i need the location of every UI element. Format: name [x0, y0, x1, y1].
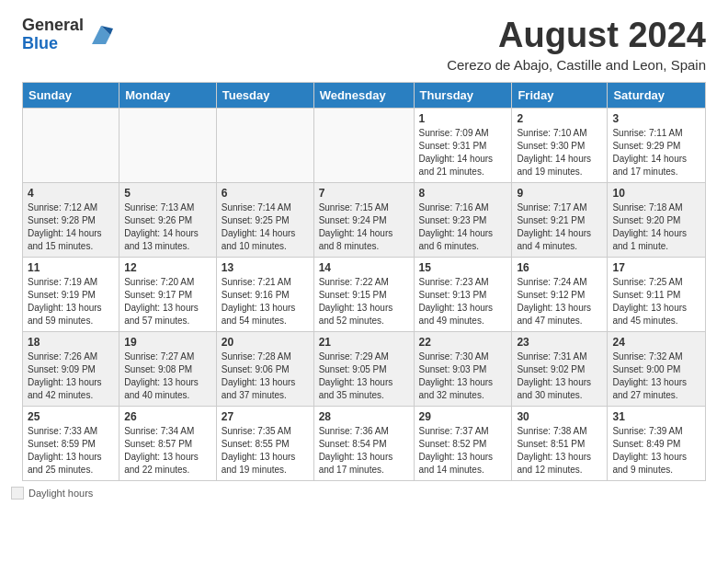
day-number: 5 — [124, 187, 211, 200]
table-row: 30Sunrise: 7:38 AM Sunset: 8:51 PM Dayli… — [512, 406, 608, 480]
logo: General Blue — [22, 17, 115, 53]
day-number: 15 — [419, 261, 507, 274]
day-number: 4 — [28, 187, 114, 200]
table-row: 7Sunrise: 7:15 AM Sunset: 9:24 PM Daylig… — [313, 182, 414, 257]
table-row: 4Sunrise: 7:12 AM Sunset: 9:28 PM Daylig… — [23, 182, 119, 257]
day-number: 21 — [319, 336, 409, 349]
day-info: Sunrise: 7:18 AM Sunset: 9:20 PM Dayligh… — [612, 201, 700, 253]
day-number: 12 — [124, 261, 211, 274]
day-info: Sunrise: 7:30 AM Sunset: 9:03 PM Dayligh… — [419, 350, 507, 402]
table-row: 1Sunrise: 7:09 AM Sunset: 9:31 PM Daylig… — [414, 108, 512, 182]
day-info: Sunrise: 7:27 AM Sunset: 9:08 PM Dayligh… — [124, 350, 211, 402]
day-info: Sunrise: 7:31 AM Sunset: 9:02 PM Dayligh… — [517, 350, 602, 402]
week-row-3: 11Sunrise: 7:19 AM Sunset: 9:19 PM Dayli… — [23, 257, 706, 331]
col-friday: Friday — [512, 82, 608, 108]
col-monday: Monday — [119, 82, 217, 108]
col-thursday: Thursday — [414, 82, 512, 108]
day-info: Sunrise: 7:16 AM Sunset: 9:23 PM Dayligh… — [419, 201, 507, 253]
col-tuesday: Tuesday — [216, 82, 313, 108]
day-number: 22 — [419, 336, 507, 349]
day-number: 24 — [612, 336, 700, 349]
calendar-wrapper: Sunday Monday Tuesday Wednesday Thursday… — [0, 82, 728, 481]
table-row — [216, 108, 313, 182]
col-saturday: Saturday — [608, 82, 706, 108]
table-row: 10Sunrise: 7:18 AM Sunset: 9:20 PM Dayli… — [608, 182, 706, 257]
table-row: 3Sunrise: 7:11 AM Sunset: 9:29 PM Daylig… — [608, 108, 706, 182]
day-info: Sunrise: 7:39 AM Sunset: 8:49 PM Dayligh… — [612, 425, 700, 477]
title-area: August 2024 Cerezo de Abajo, Castille an… — [447, 17, 706, 73]
day-info: Sunrise: 7:26 AM Sunset: 9:09 PM Dayligh… — [28, 350, 114, 402]
day-number: 26 — [124, 410, 211, 423]
day-number: 2 — [517, 112, 602, 125]
table-row: 29Sunrise: 7:37 AM Sunset: 8:52 PM Dayli… — [414, 406, 512, 480]
day-number: 18 — [28, 336, 114, 349]
day-info: Sunrise: 7:37 AM Sunset: 8:52 PM Dayligh… — [419, 425, 507, 477]
table-row: 28Sunrise: 7:36 AM Sunset: 8:54 PM Dayli… — [313, 406, 414, 480]
table-row — [313, 108, 414, 182]
week-row-1: 1Sunrise: 7:09 AM Sunset: 9:31 PM Daylig… — [23, 108, 706, 182]
header-row: Sunday Monday Tuesday Wednesday Thursday… — [23, 82, 706, 108]
day-info: Sunrise: 7:36 AM Sunset: 8:54 PM Dayligh… — [319, 425, 409, 477]
table-row: 25Sunrise: 7:33 AM Sunset: 8:59 PM Dayli… — [23, 406, 119, 480]
day-number: 28 — [319, 410, 409, 423]
day-number: 20 — [222, 336, 309, 349]
day-number: 9 — [517, 187, 602, 200]
table-row: 9Sunrise: 7:17 AM Sunset: 9:21 PM Daylig… — [512, 182, 608, 257]
day-number: 13 — [222, 261, 309, 274]
table-row: 27Sunrise: 7:35 AM Sunset: 8:55 PM Dayli… — [216, 406, 313, 480]
day-number: 23 — [517, 336, 602, 349]
table-row: 11Sunrise: 7:19 AM Sunset: 9:19 PM Dayli… — [23, 257, 119, 331]
day-info: Sunrise: 7:17 AM Sunset: 9:21 PM Dayligh… — [517, 201, 602, 253]
table-row: 16Sunrise: 7:24 AM Sunset: 9:12 PM Dayli… — [512, 257, 608, 331]
day-number: 29 — [419, 410, 507, 423]
day-info: Sunrise: 7:09 AM Sunset: 9:31 PM Dayligh… — [419, 127, 507, 178]
day-number: 8 — [419, 187, 507, 200]
day-number: 19 — [124, 336, 211, 349]
day-info: Sunrise: 7:21 AM Sunset: 9:16 PM Dayligh… — [222, 276, 309, 327]
day-info: Sunrise: 7:28 AM Sunset: 9:06 PM Dayligh… — [222, 350, 309, 402]
day-info: Sunrise: 7:11 AM Sunset: 9:29 PM Dayligh… — [612, 127, 700, 178]
table-row: 15Sunrise: 7:23 AM Sunset: 9:13 PM Dayli… — [414, 257, 512, 331]
header: General Blue August 2024 Cerezo de Abajo… — [0, 0, 728, 82]
table-row: 20Sunrise: 7:28 AM Sunset: 9:06 PM Dayli… — [216, 331, 313, 406]
day-number: 25 — [28, 410, 114, 423]
table-row: 23Sunrise: 7:31 AM Sunset: 9:02 PM Dayli… — [512, 331, 608, 406]
legend-text: Daylight hours — [28, 488, 93, 499]
day-number: 10 — [612, 187, 700, 200]
table-row: 17Sunrise: 7:25 AM Sunset: 9:11 PM Dayli… — [608, 257, 706, 331]
day-info: Sunrise: 7:14 AM Sunset: 9:25 PM Dayligh… — [222, 201, 309, 253]
col-wednesday: Wednesday — [313, 82, 414, 108]
table-row: 18Sunrise: 7:26 AM Sunset: 9:09 PM Dayli… — [23, 331, 119, 406]
week-row-4: 18Sunrise: 7:26 AM Sunset: 9:09 PM Dayli… — [23, 331, 706, 406]
day-info: Sunrise: 7:35 AM Sunset: 8:55 PM Dayligh… — [222, 425, 309, 477]
day-number: 6 — [222, 187, 309, 200]
subtitle: Cerezo de Abajo, Castille and Leon, Spai… — [447, 57, 706, 73]
day-info: Sunrise: 7:32 AM Sunset: 9:00 PM Dayligh… — [612, 350, 700, 402]
calendar-table: Sunday Monday Tuesday Wednesday Thursday… — [22, 82, 706, 481]
day-info: Sunrise: 7:12 AM Sunset: 9:28 PM Dayligh… — [28, 201, 114, 253]
day-number: 31 — [612, 410, 700, 423]
week-row-5: 25Sunrise: 7:33 AM Sunset: 8:59 PM Dayli… — [23, 406, 706, 480]
day-info: Sunrise: 7:15 AM Sunset: 9:24 PM Dayligh… — [319, 201, 409, 253]
week-row-2: 4Sunrise: 7:12 AM Sunset: 9:28 PM Daylig… — [23, 182, 706, 257]
table-row: 6Sunrise: 7:14 AM Sunset: 9:25 PM Daylig… — [216, 182, 313, 257]
day-number: 16 — [517, 261, 602, 274]
legend-box-icon — [11, 487, 24, 500]
logo-blue-text: Blue — [22, 35, 84, 53]
logo-text: General Blue — [22, 17, 84, 53]
logo-general-text: General — [22, 17, 84, 35]
table-row: 26Sunrise: 7:34 AM Sunset: 8:57 PM Dayli… — [119, 406, 217, 480]
table-row: 8Sunrise: 7:16 AM Sunset: 9:23 PM Daylig… — [414, 182, 512, 257]
day-info: Sunrise: 7:22 AM Sunset: 9:15 PM Dayligh… — [319, 276, 409, 327]
day-info: Sunrise: 7:24 AM Sunset: 9:12 PM Dayligh… — [517, 276, 602, 327]
day-info: Sunrise: 7:23 AM Sunset: 9:13 PM Dayligh… — [419, 276, 507, 327]
day-info: Sunrise: 7:38 AM Sunset: 8:51 PM Dayligh… — [517, 425, 602, 477]
day-info: Sunrise: 7:25 AM Sunset: 9:11 PM Dayligh… — [612, 276, 700, 327]
day-info: Sunrise: 7:19 AM Sunset: 9:19 PM Dayligh… — [28, 276, 114, 327]
table-row: 2Sunrise: 7:10 AM Sunset: 9:30 PM Daylig… — [512, 108, 608, 182]
day-info: Sunrise: 7:10 AM Sunset: 9:30 PM Dayligh… — [517, 127, 602, 178]
day-number: 17 — [612, 261, 700, 274]
day-number: 30 — [517, 410, 602, 423]
logo-icon — [87, 21, 115, 49]
day-info: Sunrise: 7:20 AM Sunset: 9:17 PM Dayligh… — [124, 276, 211, 327]
